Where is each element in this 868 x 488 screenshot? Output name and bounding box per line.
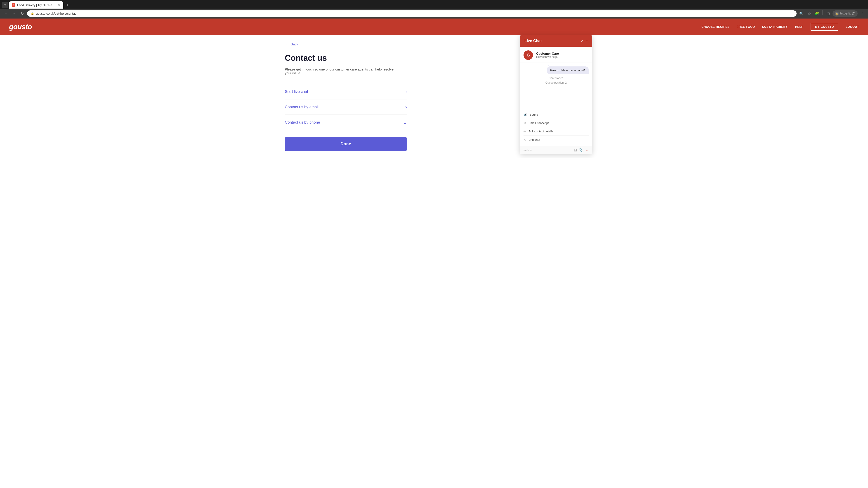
live-chat-minimize-button[interactable]: − — [586, 39, 588, 43]
chat-status: Chat started — [524, 76, 589, 80]
live-chat-expand-button[interactable]: ⤢ — [581, 39, 583, 43]
chat-bottom-bar: zendesk ⊡ 📎 ⋯ — [520, 146, 592, 154]
site-header: gousto CHOOSE RECIPES FREE FOOD SUSTAINA… — [0, 19, 868, 35]
live-chat-header-actions: ⤢ − — [581, 39, 588, 43]
edit-contact-label: Edit contact details — [528, 130, 553, 133]
back-arrow-icon: ← — [285, 42, 289, 46]
chat-menu-end-chat[interactable]: ✕ End chat — [524, 135, 589, 144]
incognito-icon: 🕵 — [835, 11, 839, 15]
page-subtitle: Please get in touch so one of our custom… — [285, 67, 398, 75]
site-nav: CHOOSE RECIPES FREE FOOD SUSTAINABILITY … — [702, 23, 859, 31]
chat-queue: Queue position: 2 — [524, 81, 589, 84]
refresh-button[interactable]: ↻ — [19, 10, 25, 17]
contact-phone-label: Contact us by phone — [285, 120, 320, 125]
back-link[interactable]: ← Back — [285, 42, 298, 46]
contact-option-phone[interactable]: Contact us by phone ⌄ — [285, 115, 407, 130]
contact-phone-arrow: ⌄ — [403, 120, 407, 125]
zendesk-label: zendesk — [523, 149, 532, 152]
chat-check-icon: ✓ — [548, 64, 550, 66]
chat-more-button[interactable]: ⋯ — [586, 148, 590, 152]
address-url: gousto.co.uk/get-help/contact — [36, 12, 793, 15]
sidebar-icon[interactable]: ⬚ — [825, 10, 831, 17]
forward-button[interactable]: → — [11, 10, 17, 17]
chat-menu-email-transcript[interactable]: ✉ Email transcript — [524, 119, 589, 127]
start-live-chat-arrow: › — [405, 89, 407, 94]
user-message-text: How to delete my account? — [550, 69, 585, 72]
chat-attachment-button[interactable]: 📎 — [579, 148, 584, 152]
address-bar[interactable]: 🔒 gousto.co.uk/get-help/contact — [27, 10, 797, 17]
nav-help[interactable]: HELP — [795, 25, 803, 29]
chat-bubble-user: ✓ How to delete my account? — [547, 66, 589, 74]
sound-icon: 🔊 — [524, 113, 527, 116]
nav-free-food[interactable]: FREE FOOD — [737, 25, 755, 29]
menu-icon[interactable]: ⋮ — [859, 10, 865, 17]
email-transcript-icon: ✉ — [524, 121, 526, 125]
contact-options-container: Start live chat › Contact us by email › … — [285, 84, 407, 151]
chat-message-user: ✓ How to delete my account? — [524, 66, 589, 74]
back-button[interactable]: ← — [3, 10, 9, 17]
email-transcript-label: Email transcript — [528, 121, 549, 125]
page-content: ← Back Contact us Please get in touch so… — [276, 35, 592, 158]
tab-close-button[interactable]: ✕ — [57, 3, 61, 7]
tab-switcher[interactable]: ▾ — [2, 2, 8, 8]
chat-agent-row: G Customer Care How can we help? — [520, 47, 592, 63]
nav-sustainability[interactable]: SUSTAINABILITY — [762, 25, 788, 29]
tab-bar: ▾ g Food Delivery | Try Our Recipe ✕ + — [0, 0, 868, 8]
agent-avatar: G — [524, 51, 533, 60]
agent-name: Customer Care — [536, 52, 559, 55]
contact-option-live-chat[interactable]: Start live chat › — [285, 84, 407, 99]
agent-info: Customer Care How can we help? — [536, 52, 559, 59]
sound-label: Sound — [530, 113, 538, 116]
active-tab[interactable]: g Food Delivery | Try Our Recipe ✕ — [9, 1, 63, 8]
contact-option-email[interactable]: Contact us by email › — [285, 99, 407, 115]
chat-screen-icon-button[interactable]: ⊡ — [574, 148, 577, 152]
agent-subtitle: How can we help? — [536, 55, 559, 59]
bookmark-icon[interactable]: ☆ — [806, 10, 812, 17]
logout-button[interactable]: LOGOUT — [846, 25, 859, 29]
chat-footer-menu: 🔊 Sound ✉ Email transcript ✏ Edit contac… — [520, 108, 592, 146]
nav-choose-recipes[interactable]: CHOOSE RECIPES — [702, 25, 730, 29]
search-icon[interactable]: 🔍 — [798, 10, 805, 17]
tab-title: Food Delivery | Try Our Recipe — [17, 3, 55, 7]
chat-menu-sound[interactable]: 🔊 Sound — [524, 110, 589, 119]
end-chat-icon: ✕ — [524, 138, 526, 141]
nav-bar: ← → ↻ 🔒 gousto.co.uk/get-help/contact 🔍 … — [0, 8, 868, 19]
back-label: Back — [291, 42, 298, 46]
tab-favicon: g — [12, 3, 16, 7]
live-chat-widget: Live Chat ⤢ − G Customer Care How can we… — [520, 35, 592, 154]
nav-actions: 🔍 ☆ 🧩 ⬚ 🕵 Incognito (2) ⋮ — [798, 10, 865, 17]
lock-icon: 🔒 — [31, 12, 34, 15]
chat-menu-edit-contact[interactable]: ✏ Edit contact details — [524, 127, 589, 135]
live-chat-header: Live Chat ⤢ − — [520, 35, 592, 47]
end-chat-label: End chat — [528, 138, 540, 141]
contact-email-label: Contact us by email — [285, 105, 318, 109]
start-live-chat-label: Start live chat — [285, 90, 308, 94]
incognito-label: Incognito (2) — [840, 12, 855, 15]
done-button[interactable]: Done — [285, 137, 407, 151]
live-chat-title: Live Chat — [524, 39, 542, 43]
browser-chrome: ▾ g Food Delivery | Try Our Recipe ✕ + ←… — [0, 0, 868, 19]
extensions-icon[interactable]: 🧩 — [814, 10, 820, 17]
incognito-button[interactable]: 🕵 Incognito (2) — [833, 10, 858, 17]
my-gousto-button[interactable]: MY GOUSTO — [811, 23, 838, 31]
chat-bottom-actions: ⊡ 📎 ⋯ — [574, 148, 590, 152]
chat-body: ✓ How to delete my account? Chat started… — [520, 63, 592, 108]
site-logo[interactable]: gousto — [9, 23, 32, 31]
contact-email-arrow: › — [405, 104, 407, 109]
new-tab-button[interactable]: + — [64, 2, 70, 8]
edit-contact-icon: ✏ — [524, 129, 526, 133]
